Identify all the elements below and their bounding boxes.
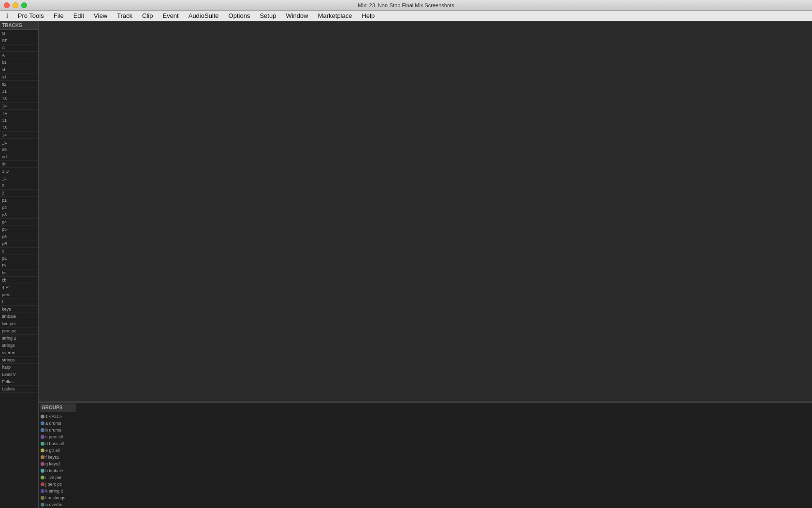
track-item[interactable]: SF — [0, 37, 38, 45]
track-item[interactable]: 0 — [0, 182, 38, 190]
menu-file[interactable]: File — [50, 11, 68, 20]
menu-help[interactable]: Help — [358, 11, 378, 20]
track-item[interactable]: strings — [0, 357, 38, 364]
menu-track[interactable]: Track — [113, 11, 136, 20]
minimize-button[interactable] — [13, 2, 18, 8]
group-item[interactable]: h timbale — [40, 467, 76, 474]
channels-container[interactable] — [39, 21, 812, 402]
close-button[interactable] — [4, 2, 10, 8]
track-item[interactable]: overhe — [0, 349, 38, 357]
menu-marketplace[interactable]: Marketplace — [314, 11, 356, 20]
group-item[interactable]: a drums — [40, 420, 76, 427]
track-item[interactable]: perc — [0, 291, 38, 299]
titlebar: Mix: 23. Non-Stop Final Mix Screenshots — [0, 0, 812, 11]
track-item[interactable]: p2 — [0, 204, 38, 211]
track-item[interactable]: keys — [0, 306, 38, 313]
track-item[interactable]: perc pc — [0, 328, 38, 335]
groups-header: GROUPS — [40, 403, 76, 412]
track-item[interactable]: Lead V — [0, 371, 38, 378]
track-list[interactable]: GSFAAk1sbs1s2111314TV111314_Ca5riddr3 D_… — [0, 30, 38, 508]
menu-options[interactable]: Options — [225, 11, 254, 20]
track-item[interactable]: 13 — [0, 95, 38, 103]
groups-sidebar: GROUPS 1 <ALL>a drumsb drumsc perc alld … — [39, 403, 77, 508]
main-container: TRACKS GSFAAk1sbs1s2111314TV111314_Ca5ri… — [0, 21, 812, 508]
track-item[interactable]: Ladies — [0, 386, 38, 393]
group-item[interactable]: i live per — [40, 474, 76, 481]
track-item[interactable]: p6 — [0, 233, 38, 240]
track-item[interactable]: _L — [0, 175, 38, 182]
groups-content[interactable] — [77, 403, 812, 508]
track-item[interactable]: string 2 — [0, 335, 38, 342]
menu-clip[interactable]: Clip — [138, 11, 157, 20]
track-item[interactable]: 14 — [0, 132, 38, 139]
track-item[interactable]: 3 D — [0, 168, 38, 175]
window-title: Mix: 23. Non-Stop Final Mix Screenshots — [358, 2, 454, 8]
group-item[interactable]: l m strings — [40, 494, 76, 501]
track-item[interactable]: A — [0, 45, 38, 52]
group-item[interactable]: d bass all — [40, 440, 76, 447]
track-item[interactable]: p3 — [0, 211, 38, 219]
track-item[interactable]: G — [0, 30, 38, 37]
track-item[interactable]: harp — [0, 364, 38, 371]
track-item[interactable]: p1 — [0, 197, 38, 204]
mixer-area: GROUPS 1 <ALL>a drumsb drumsc perc alld … — [39, 21, 812, 508]
track-item[interactable]: Pr — [0, 262, 38, 269]
group-item[interactable]: j perc pc — [40, 481, 76, 488]
menu-apple[interactable]:  — [2, 11, 12, 20]
track-item[interactable]: TV — [0, 110, 38, 117]
traffic-lights — [4, 2, 27, 8]
track-item[interactable]: 4 Pr — [0, 284, 38, 291]
track-item[interactable]: 14 — [0, 103, 38, 110]
group-item[interactable]: k string 2 — [40, 488, 76, 494]
menubar:  Pro Tools File Edit View Track Clip Ev… — [0, 11, 812, 21]
track-item[interactable]: A — [0, 52, 38, 59]
track-item[interactable]: sb — [0, 66, 38, 74]
menu-view[interactable]: View — [90, 11, 111, 20]
track-item[interactable]: timbale — [0, 313, 38, 320]
menu-setup[interactable]: Setup — [256, 11, 280, 20]
track-item[interactable]: strings — [0, 342, 38, 349]
track-item[interactable]: Fellas — [0, 378, 38, 386]
tracks-header-label: TRACKS — [2, 23, 22, 28]
groups-panel: GROUPS 1 <ALL>a drumsb drumsc perc alld … — [39, 402, 812, 508]
track-item[interactable]: 11 — [0, 117, 38, 124]
track-item[interactable]: f — [0, 299, 38, 306]
track-item[interactable]: cb — [0, 277, 38, 284]
track-item[interactable]: pE — [0, 255, 38, 262]
maximize-button[interactable] — [21, 2, 27, 8]
menu-event[interactable]: Event — [159, 11, 182, 20]
track-item[interactable]: 2 — [0, 190, 38, 197]
track-item[interactable]: bs — [0, 269, 38, 277]
menu-protools[interactable]: Pro Tools — [14, 11, 48, 20]
menu-edit[interactable]: Edit — [70, 11, 88, 20]
tracks-panel: TRACKS GSFAAk1sbs1s2111314TV111314_Ca5ri… — [0, 21, 39, 508]
track-item[interactable]: dr — [0, 161, 38, 168]
track-item[interactable]: pB — [0, 240, 38, 248]
track-item[interactable]: 13 — [0, 124, 38, 132]
track-item[interactable]: p4 — [0, 219, 38, 226]
track-item[interactable]: k1 — [0, 59, 38, 66]
track-item[interactable]: rid — [0, 153, 38, 161]
group-item[interactable]: n overhe — [40, 501, 76, 508]
group-item[interactable]: f keys1 — [40, 454, 76, 461]
tracks-header: TRACKS — [0, 21, 38, 30]
group-item[interactable]: g keys2 — [40, 461, 76, 467]
track-item[interactable]: _C — [0, 139, 38, 146]
track-item[interactable]: s1 — [0, 74, 38, 81]
menu-audiosuite[interactable]: AudioSuite — [185, 11, 223, 20]
track-item[interactable]: a5 — [0, 146, 38, 153]
track-item[interactable]: s2 — [0, 81, 38, 88]
group-item[interactable]: b drums — [40, 427, 76, 433]
group-item[interactable]: 1 <ALL> — [40, 413, 76, 420]
menu-window[interactable]: Window — [282, 11, 312, 20]
track-item[interactable]: 0 — [0, 248, 38, 255]
track-item[interactable]: live per — [0, 320, 38, 328]
group-item[interactable]: e gtr all — [40, 447, 76, 454]
track-item[interactable]: 11 — [0, 88, 38, 95]
track-item[interactable]: p5 — [0, 226, 38, 233]
groups-list: 1 <ALL>a drumsb drumsc perc alld bass al… — [40, 413, 76, 508]
group-item[interactable]: c perc all — [40, 433, 76, 440]
